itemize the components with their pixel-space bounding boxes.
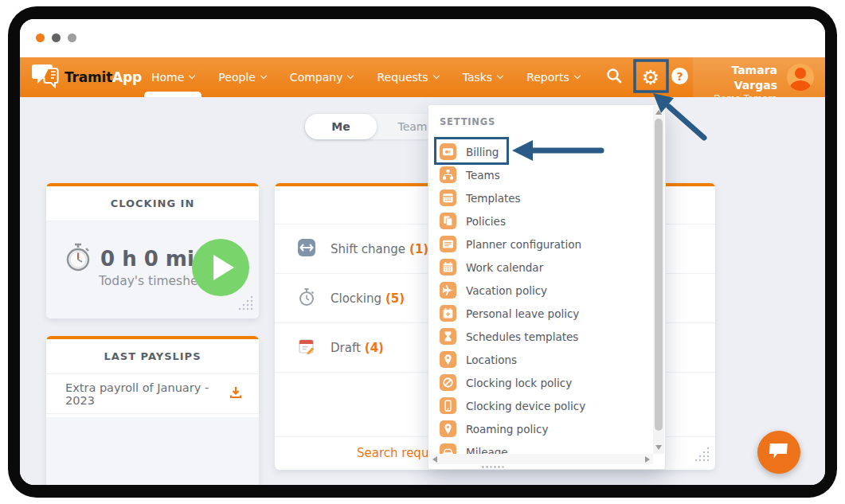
- play-icon: [213, 255, 234, 280]
- billing-icon: [440, 143, 456, 160]
- active-tab-indicator: [144, 92, 201, 97]
- dropdown-vertical-scrollbar[interactable]: [653, 106, 664, 454]
- chevron-down-icon: [347, 72, 354, 79]
- pending-row-count: (5): [385, 291, 405, 306]
- nav-item-requests[interactable]: Requests: [365, 57, 450, 97]
- clocking-device-icon: [440, 397, 456, 414]
- vertical-scroll-thumb[interactable]: [655, 119, 663, 431]
- settings-item-label: Clocking lock policy: [466, 377, 572, 389]
- window-titlebar: [20, 19, 825, 57]
- settings-menu-list: BillingTeamsTemplatesPoliciesPlanner con…: [428, 140, 653, 463]
- search-button[interactable]: [600, 57, 628, 97]
- pending-row-count: (4): [365, 341, 384, 355]
- settings-item-clocking-lock-policy[interactable]: Clocking lock policy: [428, 371, 653, 394]
- work-calendar-icon: [440, 259, 456, 275]
- svg-text:?: ?: [676, 69, 683, 82]
- chat-support-button[interactable]: [757, 431, 800, 474]
- settings-item-vacation-policy[interactable]: Vacation policy: [428, 279, 653, 302]
- scroll-down-icon[interactable]: [655, 445, 662, 450]
- logo-text: TramitApp: [65, 69, 142, 85]
- settings-item-roaming-policy[interactable]: Roaming policy: [428, 417, 653, 440]
- main-content: MeTeam CLOCKING IN: [20, 97, 825, 485]
- nav-item-tasks[interactable]: Tasks: [451, 57, 515, 97]
- last-payslips-title: LAST PAYSLIPS: [46, 339, 259, 374]
- scroll-up-icon[interactable]: [655, 110, 662, 115]
- nav-item-label: Company: [290, 71, 343, 84]
- settings-item-label: Clocking device policy: [466, 400, 585, 412]
- nav-item-label: Tasks: [463, 71, 493, 84]
- clocking-in-card: CLOCKING IN 0 h 0 min: [46, 183, 259, 318]
- dropdown-resize-grip[interactable]: [481, 465, 505, 469]
- user-menu[interactable]: Tamara Vargas Demo Tamara: [693, 57, 825, 97]
- clock-in-play-button[interactable]: [192, 239, 249, 296]
- app-window: TramitApp HomePeopleCompanyRequestsTasks…: [20, 19, 825, 485]
- window-dot-minimize[interactable]: [52, 33, 61, 42]
- settings-item-label: Templates: [466, 192, 521, 205]
- locations-icon: [440, 351, 456, 368]
- settings-item-label: Locations: [466, 354, 517, 366]
- top-navbar: TramitApp HomePeopleCompanyRequestsTasks…: [20, 57, 825, 97]
- card-resize-grip[interactable]: [693, 445, 710, 466]
- settings-item-schedules-templates[interactable]: Schedules templates: [428, 325, 653, 348]
- settings-button[interactable]: ⚙: [636, 57, 665, 97]
- last-payslips-card: LAST PAYSLIPS Extra payroll of January -…: [46, 336, 259, 485]
- settings-item-templates[interactable]: Templates: [428, 186, 653, 209]
- pending-row-label: Clocking(5): [331, 291, 405, 306]
- help-icon: ?: [671, 67, 689, 88]
- gear-icon: ⚙: [642, 66, 659, 89]
- window-dot-maximize[interactable]: [68, 33, 76, 42]
- pending-row-count: (1): [409, 242, 428, 256]
- app-logo[interactable]: TramitApp: [29, 62, 142, 92]
- settings-item-locations[interactable]: Locations: [428, 348, 653, 371]
- card-resize-grip[interactable]: [237, 294, 254, 315]
- window-dot-close[interactable]: [36, 33, 45, 42]
- scroll-left-icon[interactable]: [432, 456, 437, 463]
- shift-change-icon: [297, 238, 316, 260]
- settings-item-label: Planner configuration: [466, 238, 581, 251]
- settings-item-personal-leave-policy[interactable]: Personal leave policy: [428, 302, 653, 325]
- settings-item-label: Personal leave policy: [466, 307, 579, 320]
- clocking-lock-icon: [440, 374, 456, 391]
- avatar-body-shape: [790, 80, 811, 91]
- settings-item-policies[interactable]: Policies: [428, 209, 653, 232]
- nav-item-company[interactable]: Company: [278, 57, 366, 97]
- settings-item-work-calendar[interactable]: Work calendar: [428, 256, 653, 279]
- settings-item-planner-configuration[interactable]: Planner configuration: [428, 232, 653, 256]
- settings-item-billing[interactable]: Billing: [428, 140, 653, 163]
- policies-icon: [440, 213, 456, 229]
- toggle-option-me[interactable]: Me: [305, 114, 377, 139]
- user-name: Tamara Vargas: [693, 63, 777, 93]
- chat-bubble-icon: [769, 441, 789, 463]
- nav-item-home[interactable]: Home: [139, 57, 206, 97]
- settings-item-label: Schedules templates: [466, 330, 578, 343]
- scroll-right-icon[interactable]: [645, 456, 650, 463]
- personal-leave-icon: [440, 305, 456, 322]
- settings-item-teams[interactable]: Teams: [428, 163, 653, 186]
- teams-icon: [440, 166, 456, 183]
- settings-item-label: Work calendar: [466, 261, 543, 274]
- clocking-stopwatch-icon: [297, 287, 316, 310]
- help-button[interactable]: ?: [665, 57, 694, 97]
- chevron-down-icon: [497, 72, 503, 79]
- logo-chat-bubbles-icon: [29, 62, 61, 92]
- settings-item-label: Vacation policy: [466, 284, 547, 297]
- settings-dropdown: SETTINGS BillingTeamsTemplatesPoliciesPl…: [428, 104, 666, 470]
- avatar[interactable]: [787, 64, 814, 91]
- search-icon: [605, 67, 623, 88]
- payslips-empty-area: [46, 417, 259, 485]
- settings-item-label: Policies: [466, 215, 506, 228]
- main-nav: HomePeopleCompanyRequestsTasksReports: [139, 57, 592, 97]
- settings-item-label: Billing: [466, 146, 499, 158]
- nav-item-people[interactable]: People: [206, 57, 278, 97]
- settings-item-label: Teams: [466, 169, 500, 182]
- nav-item-reports[interactable]: Reports: [514, 57, 592, 97]
- settings-item-clocking-device-policy[interactable]: Clocking device policy: [428, 394, 653, 417]
- chevron-down-icon: [432, 72, 439, 79]
- nav-item-label: Home: [151, 71, 184, 84]
- settings-dropdown-header: SETTINGS: [440, 116, 495, 127]
- dropdown-horizontal-scrollbar[interactable]: [429, 454, 653, 464]
- vacation-icon: [440, 282, 456, 299]
- chevron-down-icon: [189, 72, 195, 79]
- download-icon[interactable]: [229, 385, 243, 402]
- payslip-row[interactable]: Extra payroll of January - 2023: [46, 374, 259, 414]
